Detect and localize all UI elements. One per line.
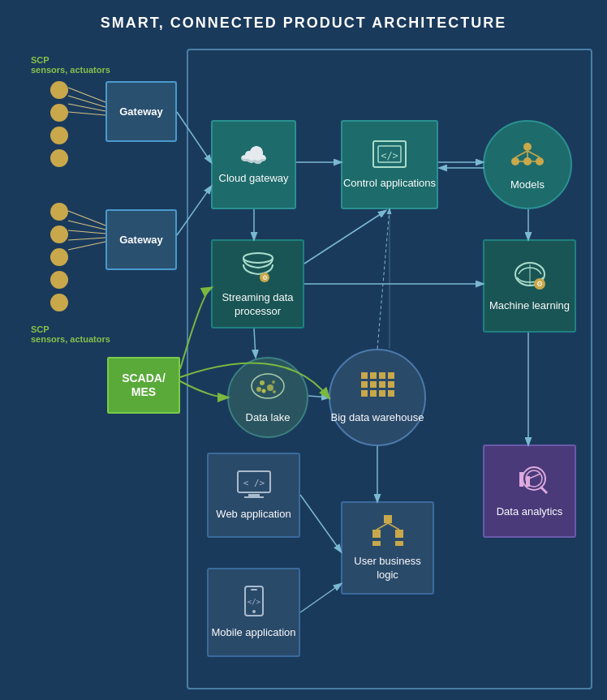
brain-icon: ⚙ [510, 260, 549, 294]
svg-line-67 [68, 242, 105, 250]
gateway-1: Gateway [105, 81, 177, 142]
svg-point-22 [262, 389, 266, 393]
svg-line-46 [540, 487, 547, 493]
user-business-logic-node: User business logic [341, 501, 434, 595]
scp-top-circles [50, 81, 68, 167]
scp-top-label: SCP sensors, actuators [31, 55, 110, 75]
svg-line-61 [68, 104, 105, 111]
svg-text:⚙: ⚙ [261, 274, 267, 281]
svg-rect-43 [519, 472, 523, 487]
data-lake-node: Data lake [227, 357, 308, 438]
svg-rect-30 [361, 381, 368, 388]
control-applications-node: </> Control applications [341, 120, 438, 209]
svg-line-63 [68, 211, 105, 225]
big-data-warehouse-node: Big data warehouse [329, 349, 426, 446]
code-icon: </> [372, 140, 407, 172]
streaming-node: ⚙ Streaming data processor [211, 239, 304, 329]
svg-rect-36 [379, 390, 385, 397]
models-node: Models [483, 120, 572, 209]
svg-rect-32 [379, 381, 385, 388]
machine-learning-node: ⚙ Machine learning [483, 239, 576, 333]
svg-rect-58 [251, 589, 257, 590]
svg-rect-40 [248, 494, 260, 496]
svg-line-47 [529, 474, 540, 479]
svg-rect-37 [388, 390, 394, 397]
svg-rect-54 [395, 541, 403, 546]
svg-line-59 [68, 88, 105, 102]
svg-line-52 [388, 523, 399, 530]
svg-point-24 [256, 387, 261, 392]
svg-rect-26 [361, 372, 368, 379]
svg-line-9 [527, 151, 540, 157]
svg-rect-28 [379, 372, 385, 379]
svg-rect-35 [370, 390, 377, 397]
svg-rect-33 [388, 381, 394, 388]
svg-rect-29 [388, 372, 394, 379]
svg-rect-48 [384, 515, 392, 523]
svg-point-12 [243, 253, 273, 263]
svg-line-64 [68, 221, 105, 230]
svg-line-51 [377, 523, 388, 530]
svg-line-65 [68, 230, 105, 234]
svg-rect-27 [370, 372, 377, 379]
svg-rect-41 [244, 496, 264, 498]
svg-line-62 [68, 112, 105, 115]
svg-rect-34 [361, 390, 368, 397]
svg-point-23 [272, 380, 275, 384]
svg-rect-31 [370, 381, 377, 388]
cloud-gateway-node: ☁️ Cloud gateway [211, 120, 296, 209]
gateway-2: Gateway [105, 209, 177, 270]
grid-icon [359, 370, 396, 406]
svg-line-66 [68, 238, 105, 240]
lake-icon [248, 370, 288, 406]
analytics-icon [511, 464, 549, 500]
svg-text:⚙: ⚙ [536, 280, 543, 288]
svg-text:< />: < /> [243, 478, 265, 488]
svg-rect-50 [395, 530, 403, 538]
svg-point-20 [260, 380, 265, 385]
mobile-application-node: </> Mobile application [207, 568, 300, 657]
svg-line-7 [515, 151, 527, 157]
monitor-code-icon: < /> [236, 470, 272, 503]
svg-text:</>: </> [247, 598, 260, 606]
svg-point-57 [252, 610, 256, 613]
network-icon [507, 137, 548, 174]
page-title: SMART, CONNECTED PRODUCT ARCHITECTURE [0, 0, 607, 40]
svg-point-25 [273, 390, 276, 393]
svg-line-60 [68, 96, 105, 107]
scp-bottom-label: SCP sensors, actuators [31, 324, 110, 344]
web-application-node: < /> Web application [207, 453, 300, 538]
svg-point-21 [267, 384, 273, 391]
scada-mes: SCADA/ MES [107, 357, 180, 414]
hierarchy-icon [369, 513, 407, 550]
database-icon: ⚙ [240, 250, 276, 286]
svg-rect-49 [372, 530, 381, 538]
data-analytics-node: Data analytics [483, 444, 576, 538]
svg-point-3 [523, 143, 532, 151]
svg-rect-53 [372, 541, 381, 546]
cloud-icon: ☁️ [239, 144, 268, 167]
mobile-icon: </> [243, 585, 265, 621]
svg-text:</>: </> [381, 150, 398, 161]
scp-bottom-circles [50, 203, 68, 311]
